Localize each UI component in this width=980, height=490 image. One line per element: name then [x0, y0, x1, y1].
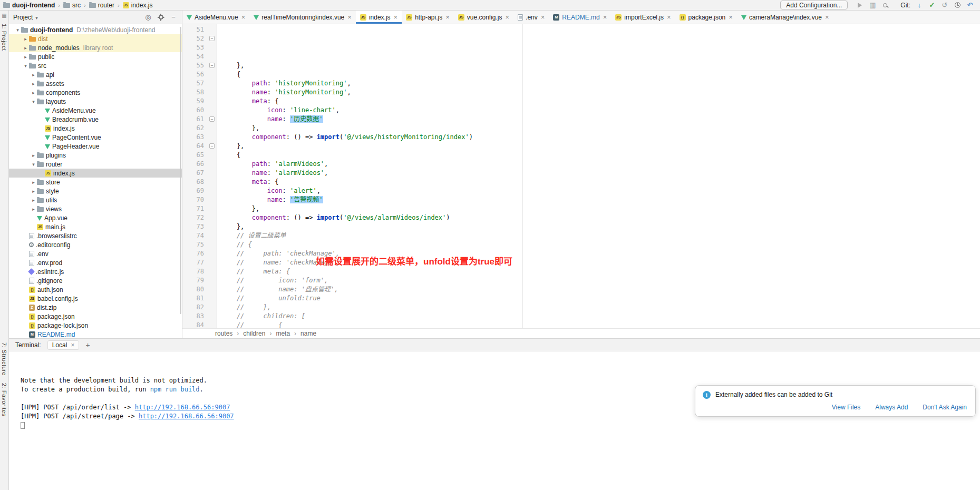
- tool-button-structure[interactable]: 7: Structure: [1, 342, 7, 376]
- code-line[interactable]: meta: {: [221, 97, 980, 106]
- chevron-down-icon[interactable]: ▾: [30, 162, 37, 167]
- tree-item[interactable]: ▸api: [9, 70, 182, 79]
- editor-tab[interactable]: http-api.js: [402, 11, 454, 24]
- tree-item[interactable]: PageHeader.vue: [9, 142, 182, 151]
- chevron-right-icon[interactable]: ▸: [30, 72, 37, 77]
- close-icon[interactable]: [71, 341, 74, 349]
- tree-item[interactable]: ▸assets: [9, 79, 182, 88]
- code-line[interactable]: {: [221, 70, 980, 79]
- close-icon[interactable]: [241, 13, 246, 21]
- git-revert-icon[interactable]: [940, 1, 949, 9]
- tool-window-switcher-icon[interactable]: [2, 13, 6, 18]
- code-line[interactable]: // meta: {: [221, 267, 980, 276]
- code-line[interactable]: name: 'alarmVideos',: [221, 169, 980, 178]
- code-line[interactable]: },: [221, 124, 980, 133]
- tree-item[interactable]: ▾layouts: [9, 97, 182, 106]
- breadcrumb-item[interactable]: index.js: [123, 2, 153, 9]
- close-icon[interactable]: [729, 13, 733, 21]
- tree-item[interactable]: dist.zip: [9, 303, 182, 312]
- tree-item[interactable]: auth.json: [9, 285, 182, 294]
- tree-item[interactable]: .env.prod: [9, 258, 182, 267]
- editor-tab[interactable]: importExcel.js: [611, 11, 675, 24]
- tree-item[interactable]: .editorconfig: [9, 240, 182, 249]
- code-line[interactable]: name: '告警视频': [221, 195, 980, 204]
- project-view-selector[interactable]: Project: [13, 14, 38, 21]
- editor-tab[interactable]: AsideMenu.vue: [182, 11, 249, 24]
- close-icon[interactable]: [505, 13, 509, 21]
- tree-item[interactable]: ▸plugins: [9, 151, 182, 160]
- settings-icon[interactable]: [157, 15, 165, 19]
- tree-item[interactable]: ▾duoji-frontendD:\zheheWeb\duoji-fronten…: [9, 25, 182, 34]
- editor-tab[interactable]: realTimeMonitoring\index.vue: [249, 11, 356, 24]
- code-line[interactable]: icon: 'line-chart',: [221, 106, 980, 115]
- close-icon[interactable]: [825, 13, 829, 21]
- editor-breadcrumb-item[interactable]: routes: [215, 330, 232, 337]
- tree-item[interactable]: .env: [9, 249, 182, 258]
- tree-item[interactable]: .browserslistrc: [9, 231, 182, 240]
- code-line[interactable]: name: '历史数据': [221, 115, 980, 124]
- tree-item[interactable]: ▾src: [9, 61, 182, 70]
- editor-tab[interactable]: .env: [513, 11, 549, 24]
- terminal-link[interactable]: http://192.168.66.56:9007: [135, 404, 230, 411]
- chevron-right-icon[interactable]: ▸: [30, 81, 37, 86]
- editor-tab[interactable]: README.md: [549, 11, 611, 24]
- breadcrumb-item[interactable]: duoji-frontend: [3, 2, 55, 9]
- code-line[interactable]: // 设置二级菜单: [221, 231, 980, 240]
- history-icon[interactable]: [953, 1, 962, 9]
- git-update-icon[interactable]: [915, 1, 924, 9]
- close-icon[interactable]: [347, 13, 352, 21]
- fold-marker[interactable]: −: [209, 36, 215, 41]
- editor-code[interactable]: 如需设置展开的二级菜单，unfold设置为true即可 }, { path: '…: [217, 24, 980, 328]
- code-line[interactable]: meta: {: [221, 178, 980, 187]
- chevron-right-icon[interactable]: ▸: [22, 36, 29, 42]
- tree-item[interactable]: README.md: [9, 330, 182, 338]
- tree-item[interactable]: Breadcrumb.vue: [9, 115, 182, 124]
- close-icon[interactable]: [603, 13, 607, 21]
- undo-icon[interactable]: [965, 1, 975, 9]
- code-line[interactable]: },: [221, 222, 980, 231]
- notification-action-link[interactable]: View Files: [832, 403, 860, 412]
- chevron-down-icon[interactable]: ▾: [22, 63, 29, 68]
- close-icon[interactable]: [394, 13, 398, 21]
- tree-item[interactable]: ▸views: [9, 204, 182, 213]
- editor-breadcrumb-item[interactable]: name: [300, 330, 316, 337]
- chevron-right-icon[interactable]: ▸: [30, 180, 37, 185]
- notification-action-link[interactable]: Don't Ask Again: [923, 403, 967, 412]
- tree-item[interactable]: main.js: [9, 222, 182, 231]
- chevron-right-icon[interactable]: ▸: [30, 207, 37, 212]
- hide-panel-icon[interactable]: [169, 13, 178, 21]
- chevron-right-icon[interactable]: ▸: [30, 198, 37, 203]
- terminal-tab-local[interactable]: Local: [47, 340, 80, 350]
- terminal-body[interactable]: Note that the development build is not o…: [9, 351, 980, 490]
- chevron-down-icon[interactable]: ▾: [14, 27, 21, 33]
- code-line[interactable]: },: [221, 142, 980, 151]
- tree-item[interactable]: .gitignore: [9, 276, 182, 285]
- terminal-link[interactable]: http://192.168.66.56:9007: [139, 413, 234, 420]
- tree-item[interactable]: ▸style: [9, 187, 182, 195]
- profiler-icon[interactable]: [868, 1, 877, 9]
- chevron-right-icon[interactable]: ▸: [22, 45, 29, 51]
- code-line[interactable]: // name: '盘点管理',: [221, 285, 980, 294]
- code-line[interactable]: icon: 'alert',: [221, 187, 980, 195]
- tree-item[interactable]: babel.config.js: [9, 294, 182, 303]
- breadcrumb-item[interactable]: router: [89, 2, 114, 9]
- chevron-right-icon[interactable]: ▸: [30, 90, 37, 95]
- fold-marker[interactable]: −: [209, 116, 215, 122]
- tree-item[interactable]: .eslintrc.js: [9, 267, 182, 276]
- editor-breadcrumb-item[interactable]: children: [243, 330, 265, 337]
- editor-tab[interactable]: vue.config.js: [454, 11, 513, 24]
- tree-item[interactable]: ▸components: [9, 88, 182, 97]
- close-icon[interactable]: [541, 13, 545, 21]
- tree-item[interactable]: package.json: [9, 312, 182, 321]
- editor-tab[interactable]: package.json: [675, 11, 737, 24]
- git-commit-icon[interactable]: [927, 1, 937, 9]
- tree-item[interactable]: ▸utils: [9, 195, 182, 204]
- editor-tab[interactable]: index.js: [356, 11, 402, 24]
- code-line[interactable]: // },: [221, 303, 980, 312]
- fold-marker[interactable]: −: [209, 143, 215, 149]
- tree-item[interactable]: ▸public: [9, 52, 182, 61]
- code-line[interactable]: name: 'historyMonitoring',: [221, 88, 980, 97]
- tree-item[interactable]: ▸store: [9, 178, 182, 187]
- search-everywhere-icon[interactable]: [880, 1, 890, 9]
- close-icon[interactable]: [667, 13, 671, 21]
